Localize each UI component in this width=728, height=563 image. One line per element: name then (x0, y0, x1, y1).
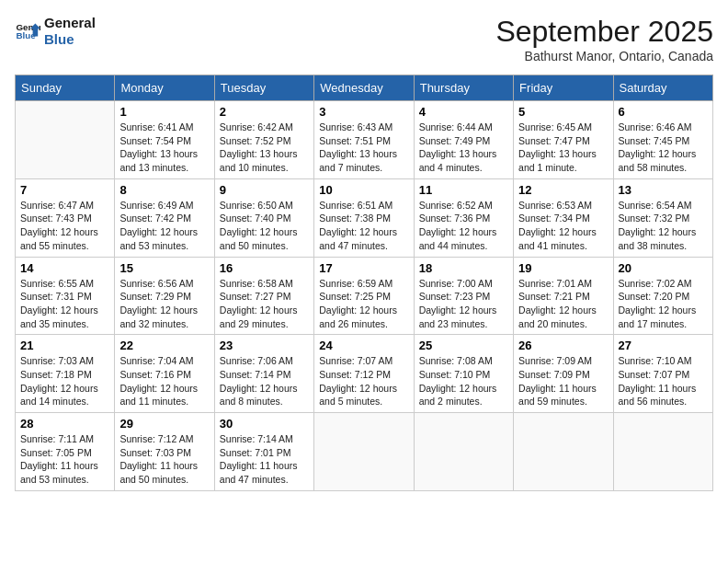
daylight-info: Sunrise: 7:09 AM Sunset: 7:09 PM Dayligh… (518, 354, 608, 408)
date-number: 7 (20, 183, 109, 197)
date-number: 16 (220, 261, 309, 275)
calendar-cell (414, 413, 513, 491)
daylight-info: Sunrise: 6:53 AM Sunset: 7:34 PM Dayligh… (518, 199, 608, 253)
calendar-cell: 24Sunrise: 7:07 AM Sunset: 7:12 PM Dayli… (314, 335, 414, 413)
daylight-info: Sunrise: 6:44 AM Sunset: 7:49 PM Dayligh… (419, 121, 508, 175)
daylight-info: Sunrise: 7:10 AM Sunset: 7:07 PM Dayligh… (619, 354, 708, 408)
calendar-cell: 22Sunrise: 7:04 AM Sunset: 7:16 PM Dayli… (115, 335, 214, 413)
location-subtitle: Bathurst Manor, Ontario, Canada (495, 49, 713, 63)
logo-text: General Blue (44, 15, 96, 48)
date-number: 14 (20, 261, 109, 275)
day-header-thursday: Thursday (414, 75, 513, 101)
date-number: 30 (220, 417, 309, 431)
date-number: 27 (619, 339, 708, 352)
calendar-cell: 9Sunrise: 6:50 AM Sunset: 7:40 PM Daylig… (214, 178, 313, 257)
date-number: 22 (119, 339, 209, 352)
day-header-saturday: Saturday (613, 75, 712, 101)
calendar-cell: 2Sunrise: 6:42 AM Sunset: 7:52 PM Daylig… (214, 101, 313, 179)
date-number: 4 (419, 105, 508, 119)
header: General Blue General Blue September 2025… (15, 15, 713, 63)
calendar-cell: 10Sunrise: 6:51 AM Sunset: 7:38 PM Dayli… (314, 178, 414, 257)
calendar-cell: 18Sunrise: 7:00 AM Sunset: 7:23 PM Dayli… (414, 257, 513, 335)
calendar-cell: 3Sunrise: 6:43 AM Sunset: 7:51 PM Daylig… (314, 101, 414, 179)
daylight-info: Sunrise: 6:43 AM Sunset: 7:51 PM Dayligh… (319, 121, 408, 175)
date-number: 19 (518, 261, 608, 275)
date-number: 8 (119, 183, 209, 197)
date-number: 1 (119, 105, 209, 119)
week-row-1: 1Sunrise: 6:41 AM Sunset: 7:54 PM Daylig… (16, 101, 713, 179)
date-number: 15 (119, 261, 209, 275)
daylight-info: Sunrise: 7:12 AM Sunset: 7:03 PM Dayligh… (119, 432, 209, 487)
calendar-cell: 16Sunrise: 6:58 AM Sunset: 7:27 PM Dayli… (214, 257, 313, 335)
date-number: 9 (220, 183, 309, 197)
week-row-4: 21Sunrise: 7:03 AM Sunset: 7:18 PM Dayli… (16, 335, 713, 413)
calendar-cell: 21Sunrise: 7:03 AM Sunset: 7:18 PM Dayli… (16, 335, 115, 413)
daylight-info: Sunrise: 6:46 AM Sunset: 7:45 PM Dayligh… (619, 121, 708, 175)
calendar-cell: 15Sunrise: 6:56 AM Sunset: 7:29 PM Dayli… (115, 257, 214, 335)
calendar-cell: 6Sunrise: 6:46 AM Sunset: 7:45 PM Daylig… (613, 101, 712, 179)
date-number: 13 (619, 183, 708, 197)
daylight-info: Sunrise: 7:02 AM Sunset: 7:20 PM Dayligh… (619, 277, 708, 331)
calendar-cell: 19Sunrise: 7:01 AM Sunset: 7:21 PM Dayli… (514, 257, 613, 335)
calendar-cell: 26Sunrise: 7:09 AM Sunset: 7:09 PM Dayli… (514, 335, 613, 413)
daylight-info: Sunrise: 6:58 AM Sunset: 7:27 PM Dayligh… (220, 277, 309, 331)
daylight-info: Sunrise: 7:03 AM Sunset: 7:18 PM Dayligh… (20, 354, 109, 408)
logo: General Blue General Blue (15, 15, 96, 48)
date-number: 28 (20, 417, 109, 431)
date-number: 29 (119, 417, 209, 431)
date-number: 6 (619, 105, 708, 119)
month-title: September 2025 (495, 15, 713, 49)
daylight-info: Sunrise: 6:45 AM Sunset: 7:47 PM Dayligh… (518, 121, 608, 175)
calendar-cell: 17Sunrise: 6:59 AM Sunset: 7:25 PM Dayli… (314, 257, 414, 335)
calendar-cell: 8Sunrise: 6:49 AM Sunset: 7:42 PM Daylig… (115, 178, 214, 257)
calendar-cell: 7Sunrise: 6:47 AM Sunset: 7:43 PM Daylig… (16, 178, 115, 257)
daylight-info: Sunrise: 7:11 AM Sunset: 7:05 PM Dayligh… (20, 432, 109, 487)
date-number: 24 (319, 339, 408, 352)
date-number: 11 (419, 183, 508, 197)
date-number: 23 (220, 339, 309, 352)
date-number: 20 (619, 261, 708, 275)
daylight-info: Sunrise: 6:50 AM Sunset: 7:40 PM Dayligh… (220, 199, 309, 253)
date-number: 5 (518, 105, 608, 119)
daylight-info: Sunrise: 7:08 AM Sunset: 7:10 PM Dayligh… (419, 354, 508, 408)
daylight-info: Sunrise: 6:54 AM Sunset: 7:32 PM Dayligh… (619, 199, 708, 253)
title-area: September 2025 Bathurst Manor, Ontario, … (495, 15, 713, 63)
day-header-sunday: Sunday (16, 75, 115, 101)
calendar-cell: 29Sunrise: 7:12 AM Sunset: 7:03 PM Dayli… (115, 413, 214, 491)
date-number: 17 (319, 261, 408, 275)
calendar-table: SundayMondayTuesdayWednesdayThursdayFrid… (15, 75, 713, 491)
calendar-cell (613, 413, 712, 491)
daylight-info: Sunrise: 7:14 AM Sunset: 7:01 PM Dayligh… (220, 432, 309, 487)
date-number: 3 (319, 105, 408, 119)
logo-icon: General Blue (15, 18, 40, 44)
calendar-cell (314, 413, 414, 491)
week-row-2: 7Sunrise: 6:47 AM Sunset: 7:43 PM Daylig… (16, 178, 713, 257)
daylight-info: Sunrise: 6:52 AM Sunset: 7:36 PM Dayligh… (419, 199, 508, 253)
daylight-info: Sunrise: 7:04 AM Sunset: 7:16 PM Dayligh… (119, 354, 209, 408)
date-number: 25 (419, 339, 508, 352)
calendar-cell: 25Sunrise: 7:08 AM Sunset: 7:10 PM Dayli… (414, 335, 513, 413)
calendar-cell: 14Sunrise: 6:55 AM Sunset: 7:31 PM Dayli… (16, 257, 115, 335)
day-header-tuesday: Tuesday (214, 75, 313, 101)
day-header-friday: Friday (514, 75, 613, 101)
daylight-info: Sunrise: 6:47 AM Sunset: 7:43 PM Dayligh… (20, 199, 109, 253)
calendar-cell: 30Sunrise: 7:14 AM Sunset: 7:01 PM Dayli… (214, 413, 313, 491)
calendar-cell: 27Sunrise: 7:10 AM Sunset: 7:07 PM Dayli… (613, 335, 712, 413)
date-number: 21 (20, 339, 109, 352)
date-number: 10 (319, 183, 408, 197)
calendar-cell: 1Sunrise: 6:41 AM Sunset: 7:54 PM Daylig… (115, 101, 214, 179)
daylight-info: Sunrise: 7:06 AM Sunset: 7:14 PM Dayligh… (220, 354, 309, 408)
daylight-info: Sunrise: 7:07 AM Sunset: 7:12 PM Dayligh… (319, 354, 408, 408)
date-number: 2 (220, 105, 309, 119)
calendar-cell (514, 413, 613, 491)
daylight-info: Sunrise: 7:00 AM Sunset: 7:23 PM Dayligh… (419, 277, 508, 331)
daylight-info: Sunrise: 6:55 AM Sunset: 7:31 PM Dayligh… (20, 277, 109, 331)
daylight-info: Sunrise: 7:01 AM Sunset: 7:21 PM Dayligh… (518, 277, 608, 331)
date-number: 12 (518, 183, 608, 197)
date-number: 26 (518, 339, 608, 352)
calendar-cell: 23Sunrise: 7:06 AM Sunset: 7:14 PM Dayli… (214, 335, 313, 413)
daylight-info: Sunrise: 6:51 AM Sunset: 7:38 PM Dayligh… (319, 199, 408, 253)
calendar-cell: 28Sunrise: 7:11 AM Sunset: 7:05 PM Dayli… (16, 413, 115, 491)
calendar-cell: 13Sunrise: 6:54 AM Sunset: 7:32 PM Dayli… (613, 178, 712, 257)
day-header-wednesday: Wednesday (314, 75, 414, 101)
